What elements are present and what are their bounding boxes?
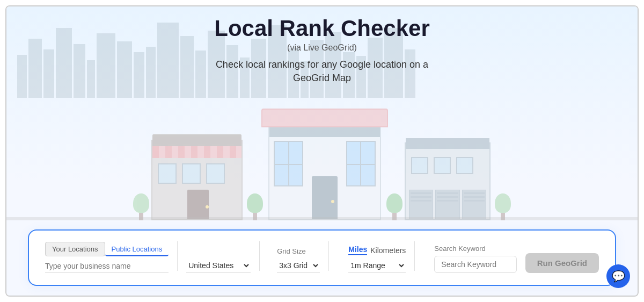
grid-size-select[interactable]: 3x3 Grid 5x5 Grid 7x7 Grid (277, 258, 320, 273)
business-name-input[interactable] (45, 260, 169, 273)
page-title: Local Rank Checker (6, 16, 638, 41)
buildings-illustration (6, 102, 638, 220)
keyword-label: Search Keyword (434, 245, 516, 253)
km-tab[interactable]: Kilometers (370, 246, 406, 255)
location-section: Your Locations Public Locations (45, 242, 169, 273)
country-section: United States United Kingdom Canada Aust… (186, 241, 251, 273)
search-form-panel: Your Locations Public Locations United S… (28, 229, 616, 286)
header-area: Local Rank Checker (via Live GeoGrid) Ch… (6, 6, 638, 85)
divider-4 (414, 241, 415, 271)
grid-size-section: Grid Size 3x3 Grid 5x5 Grid 7x7 Grid (277, 247, 320, 273)
page-subtitle: (via Live GeoGrid) (6, 43, 638, 53)
run-geogrid-button[interactable]: Run GeoGrid (525, 253, 599, 273)
unit-toggle-row: Miles Kilometers (348, 245, 406, 255)
keyword-input[interactable] (434, 256, 516, 273)
country-select[interactable]: United States United Kingdom Canada Aust… (186, 258, 251, 273)
public-locations-tab[interactable]: Public Locations (105, 242, 169, 256)
unit-section: Miles Kilometers 1m Range 2m Range 5m Ra… (348, 245, 406, 273)
page-container: Local Rank Checker (via Live GeoGrid) Ch… (5, 5, 639, 297)
location-tabs: Your Locations Public Locations (45, 242, 169, 256)
divider-1 (177, 241, 178, 271)
range-select[interactable]: 1m Range 2m Range 5m Range (348, 258, 406, 273)
miles-tab[interactable]: Miles (348, 245, 367, 255)
divider-3 (328, 241, 329, 271)
your-locations-tab[interactable]: Your Locations (45, 242, 105, 256)
chat-button[interactable]: 💬 (606, 264, 630, 288)
page-description: Check local rankings for any Google loca… (6, 58, 638, 85)
divider-2 (259, 241, 260, 271)
keyword-section: Search Keyword (434, 245, 516, 273)
grid-size-label: Grid Size (277, 247, 320, 255)
chat-icon: 💬 (612, 270, 625, 283)
